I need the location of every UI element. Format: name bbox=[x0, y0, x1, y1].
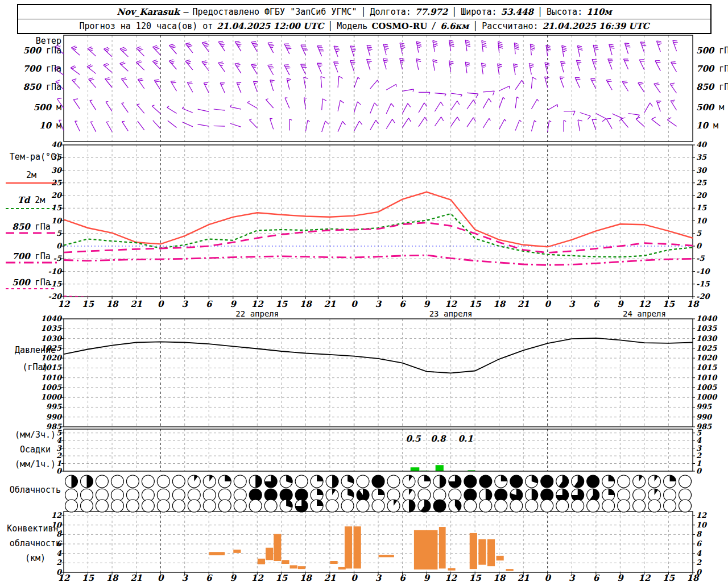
temp-axis-tick: -10 bbox=[696, 267, 710, 276]
cloud-cover-symbol bbox=[464, 500, 477, 512]
temp-axis-tick: 10 bbox=[696, 217, 706, 225]
temp-legend-4-part: 700 bbox=[12, 251, 30, 261]
wind-row-label-right-part: 700 bbox=[696, 64, 714, 74]
wind-barb bbox=[301, 45, 308, 55]
cloud-cover-symbol bbox=[664, 500, 676, 512]
wind-barb bbox=[354, 102, 361, 113]
wind-barb bbox=[138, 121, 144, 130]
wind-row-label-right-part: 850 bbox=[696, 82, 714, 92]
wind-barb bbox=[251, 41, 258, 52]
wind-barb bbox=[285, 98, 289, 108]
wind-barb bbox=[284, 44, 291, 54]
wind-barb bbox=[367, 59, 372, 70]
pressure-axis-tick: 1005 bbox=[41, 383, 61, 392]
wind-barb bbox=[187, 82, 193, 92]
temp-axis-tick: 40 bbox=[51, 140, 61, 149]
pressure-axis-tick: 990 bbox=[696, 413, 712, 421]
wind-barb bbox=[182, 107, 193, 113]
convective-cloud-bar bbox=[497, 556, 504, 560]
wind-barb bbox=[305, 120, 309, 132]
wind-barb bbox=[354, 121, 362, 131]
wind-barb bbox=[449, 40, 454, 51]
cloud-cover-symbol bbox=[157, 475, 169, 488]
wind-barb bbox=[515, 120, 522, 131]
wind-barb bbox=[235, 41, 241, 51]
wind-barb bbox=[435, 102, 443, 111]
pressure-axis-tick: 995 bbox=[46, 402, 61, 411]
pressure-axis-tick: 1025 bbox=[696, 344, 717, 352]
wind-barb bbox=[560, 77, 564, 88]
wind-barb bbox=[498, 41, 503, 53]
wind-barb bbox=[334, 46, 340, 57]
wind-barb bbox=[338, 76, 343, 88]
convective-cloud-bar bbox=[470, 533, 477, 569]
wind-barb bbox=[322, 99, 326, 110]
precip-axis-tick: 0 bbox=[696, 467, 701, 475]
cloud-cover-fill bbox=[670, 475, 676, 481]
pressure-axis-tick: 1000 bbox=[696, 393, 717, 401]
wind-barb bbox=[321, 77, 325, 88]
cloud-cover-symbol bbox=[479, 475, 492, 488]
wind-barb bbox=[400, 59, 405, 69]
wind-barb bbox=[451, 101, 460, 111]
temp-legend-5-part: 500 bbox=[12, 277, 30, 288]
temp-legend-4-part: гПа bbox=[30, 251, 51, 261]
pressure-axis-tick: 1040 bbox=[41, 314, 61, 323]
cloud-cover-symbol bbox=[679, 500, 692, 512]
wind-barb bbox=[575, 78, 580, 88]
wind-barb bbox=[354, 77, 360, 88]
wind-row-label-right-part: 500 bbox=[696, 45, 714, 56]
temp-axis-tick: 5 bbox=[56, 229, 61, 238]
wind-barb bbox=[545, 77, 549, 88]
wind-barb bbox=[465, 62, 470, 73]
wind-row-label-left: 500 м bbox=[34, 103, 61, 113]
wind-barb bbox=[623, 59, 628, 69]
wind-barb bbox=[169, 44, 176, 54]
wind-row-label-right: 700 гПа bbox=[696, 64, 728, 74]
cloudiness-layer bbox=[65, 475, 691, 512]
cloud-cover-symbol bbox=[510, 475, 523, 488]
wind-barb bbox=[435, 117, 443, 126]
wind-barb bbox=[671, 62, 677, 72]
wind-barb bbox=[287, 78, 291, 89]
meteogram-page: Nov_Karasuk — Предоставлено ФГБУ "ЗапСиб… bbox=[0, 0, 728, 582]
cloud-cover-symbol bbox=[264, 500, 277, 512]
convective-cloud-bar bbox=[258, 559, 265, 564]
wind-barb bbox=[652, 117, 661, 126]
cloud-cover-symbol bbox=[142, 475, 154, 488]
wind-barb bbox=[656, 101, 661, 111]
cloud-cover-symbol bbox=[326, 500, 338, 512]
cloud-cover-symbol bbox=[218, 500, 231, 512]
temp-axis-tick: -10 bbox=[48, 267, 62, 276]
wind-barb bbox=[386, 119, 395, 129]
wind-barb bbox=[638, 82, 644, 93]
convective-cloud-bar bbox=[345, 526, 352, 568]
wind-barb bbox=[136, 47, 144, 56]
wind-barb bbox=[334, 62, 339, 73]
temp-legend-3-part: гПа bbox=[30, 222, 51, 232]
wind-barb bbox=[370, 103, 378, 114]
wind-barb bbox=[106, 122, 112, 132]
wind-row-label-left-part: гПа bbox=[41, 64, 61, 74]
convective-axis-tick: 12 bbox=[696, 511, 706, 519]
cloud-cover-symbol bbox=[572, 500, 584, 512]
wind-barbs-layer bbox=[55, 40, 678, 132]
wind-barb bbox=[419, 117, 427, 127]
wind-panel-title: Ветер bbox=[36, 36, 61, 46]
cloud-cover-symbol bbox=[556, 500, 569, 512]
pressure-axis-tick: 1040 bbox=[696, 314, 717, 323]
wind-panel-border bbox=[64, 35, 693, 142]
cloud-cover-symbol bbox=[65, 500, 77, 512]
convective-axis-tick: 2 bbox=[56, 558, 61, 567]
convective-cloud-bar bbox=[506, 569, 514, 571]
cloud-cover-symbol bbox=[618, 500, 630, 512]
wind-barb bbox=[383, 59, 388, 69]
wind-row-label-left: 700 гПа bbox=[23, 64, 61, 74]
cloud-cover-symbol bbox=[387, 475, 400, 488]
wind-barb bbox=[121, 78, 128, 88]
wind-barb bbox=[218, 41, 225, 51]
wind-barb bbox=[451, 117, 460, 126]
wind-barb bbox=[198, 109, 209, 111]
wind-barb bbox=[416, 59, 421, 70]
wind-barb bbox=[168, 120, 177, 127]
